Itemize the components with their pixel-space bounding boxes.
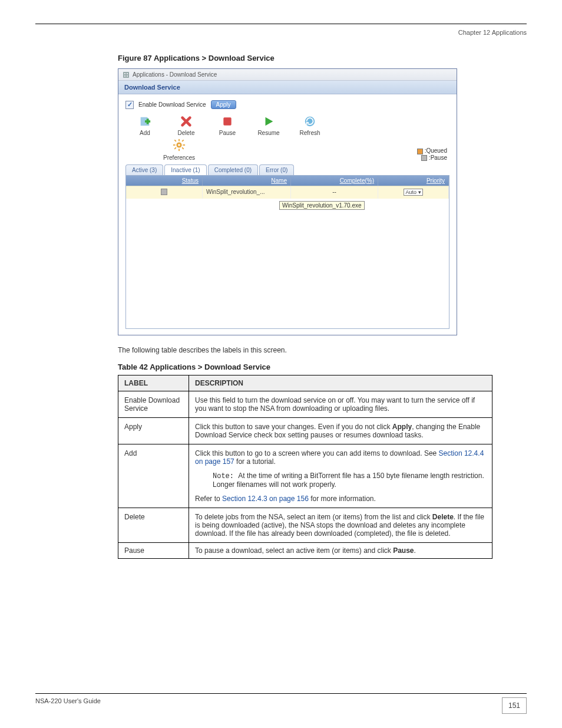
row-enable-desc: Use this field to turn the download serv… (189, 391, 492, 418)
status-pause-icon (161, 189, 167, 195)
download-grid: Status Name Complete(%) Priority WinSpli… (125, 175, 449, 329)
svg-rect-1 (147, 118, 149, 124)
tab-active[interactable]: Active (3) (125, 164, 163, 175)
table-caption: Table 42 Applications > Download Service (118, 363, 527, 371)
refresh-label: Refresh (299, 130, 320, 136)
enable-checkbox[interactable]: ✓ (125, 101, 134, 109)
row-add-label: Add (118, 444, 189, 508)
footer-guide: NSA-220 User's Guide (35, 697, 101, 704)
filename-tooltip: WinSplit_revolution_v1.70.exe (279, 201, 365, 210)
pause-label: Pause (219, 130, 236, 136)
page-footer: NSA-220 User's Guide 151 (35, 693, 527, 714)
col-name[interactable]: Name (203, 176, 291, 186)
table-intro: The following table describes the labels… (118, 346, 527, 354)
pause-icon (221, 115, 234, 128)
col-priority[interactable]: Priority (378, 176, 449, 186)
svg-rect-2 (223, 117, 231, 125)
resume-button[interactable]: Resume (255, 115, 282, 136)
row-pause-desc: To pause a download, select an active it… (189, 543, 492, 559)
col-status[interactable]: Status (126, 176, 203, 186)
row-apply-label: Apply (118, 418, 189, 444)
section-header: Download Service (118, 81, 457, 94)
svg-point-13 (178, 144, 180, 146)
gear-icon (173, 139, 186, 153)
window-title: Applications - Download Service (133, 71, 217, 78)
row-delete-label: Delete (118, 508, 189, 543)
window-titlebar: Applications - Download Service (118, 69, 457, 81)
legend-queued: :Queued (425, 147, 447, 154)
row-name: WinSplit_revolution_... (203, 186, 291, 199)
add-icon (138, 115, 151, 128)
add-label: Add (140, 130, 150, 136)
tabbar: Active (3) Inactive (1) Completed (0) Er… (125, 164, 449, 175)
row-add-desc: Click this button to go to a screen wher… (189, 444, 492, 508)
th-desc: DESCRIPTION (189, 375, 492, 391)
priority-select[interactable]: Auto ▾ (404, 189, 422, 196)
th-label: LABEL (118, 375, 189, 391)
pause-swatch-icon (421, 155, 427, 161)
svg-rect-6 (178, 149, 180, 151)
preferences-label: Preferences (163, 154, 195, 161)
chapter-header: Chapter 12 Applications (35, 29, 527, 36)
description-table: LABEL DESCRIPTION Enable Download Servic… (118, 375, 492, 559)
tab-completed[interactable]: Completed (0) (208, 164, 258, 175)
toolbar: Add Delete Pause Resume (131, 115, 449, 136)
row-pause-label: Pause (118, 543, 189, 559)
tab-error[interactable]: Error (0) (259, 164, 294, 175)
svg-rect-10 (181, 147, 184, 150)
svg-rect-5 (178, 139, 180, 141)
svg-rect-8 (183, 144, 185, 146)
delete-button[interactable]: Delete (173, 115, 200, 136)
tab-inactive[interactable]: Inactive (1) (164, 164, 206, 175)
delete-icon (180, 115, 193, 128)
row-enable-label: Enable Download Service (118, 391, 189, 418)
svg-rect-11 (181, 140, 184, 142)
preferences-button[interactable]: Preferences (166, 139, 193, 161)
page-number: 151 (502, 697, 527, 714)
enable-label: Enable Download Service (138, 101, 206, 108)
legend-pause: :Pause (429, 154, 447, 161)
window-grip-icon (123, 72, 129, 78)
refresh-icon (303, 115, 316, 128)
row-delete-desc: To delete jobs from the NSA, select an i… (189, 508, 492, 543)
resume-label: Resume (257, 130, 279, 136)
screenshot-panel: Applications - Download Service Download… (118, 68, 457, 335)
row-complete: -- (291, 186, 378, 199)
delete-label: Delete (178, 130, 195, 136)
table-row[interactable]: WinSplit_revolution_... -- Auto ▾ (126, 186, 449, 199)
apply-button[interactable]: Apply (211, 100, 236, 109)
pause-button[interactable]: Pause (214, 115, 241, 136)
svg-rect-9 (174, 140, 177, 142)
status-legend: :Queued :Pause (417, 147, 447, 161)
refresh-button[interactable]: Refresh (296, 115, 323, 136)
queued-swatch-icon (417, 149, 423, 154)
svg-rect-7 (173, 144, 176, 146)
svg-rect-12 (174, 147, 177, 150)
add-button[interactable]: Add (131, 115, 158, 136)
col-complete[interactable]: Complete(%) (291, 176, 378, 186)
row-apply-desc: Click this button to save your changes. … (189, 418, 492, 444)
figure-caption: Figure 87 Applications > Download Servic… (118, 54, 527, 62)
resume-icon (262, 115, 275, 128)
